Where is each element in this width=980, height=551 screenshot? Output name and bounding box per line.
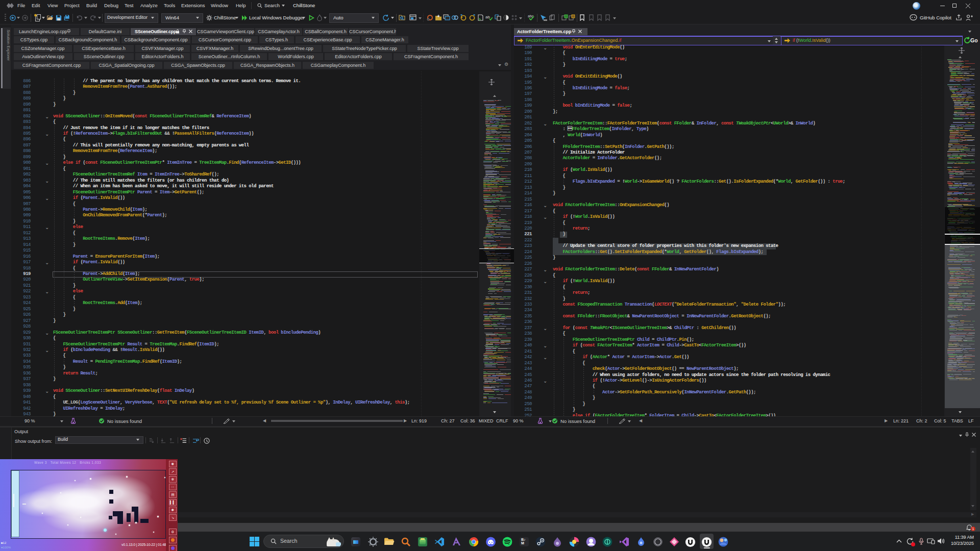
svg-text:ab: ab <box>485 15 490 19</box>
